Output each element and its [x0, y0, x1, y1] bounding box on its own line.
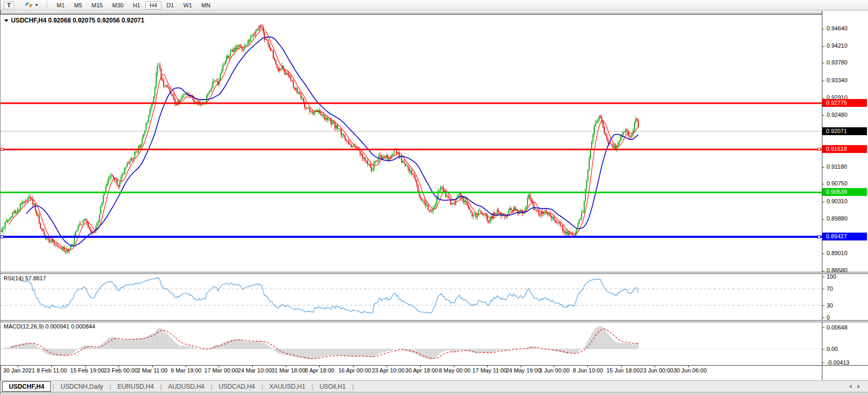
macd-axis-tick	[822, 327, 824, 328]
chart-tab-USDCAD-H4[interactable]: USDCAD,H4	[213, 382, 261, 391]
chart-tab-USDCHF-H4[interactable]: USDCHF,H4	[2, 381, 51, 392]
price-axis-tick	[822, 98, 824, 98]
timeframe-button-M30[interactable]: M30	[108, 1, 127, 9]
timeframe-button-MN[interactable]: MN	[197, 1, 215, 9]
time-axis-tick	[252, 366, 253, 367]
candle-bodies-down	[2, 26, 638, 253]
panel-separator[interactable]	[1, 272, 868, 274]
time-axis-label: 15 Jun 18:00	[606, 367, 640, 374]
current-price-badge: 0.92071	[822, 127, 867, 135]
price-axis-label: 0.93780	[827, 59, 848, 65]
time-axis-label: 31 Mar 18:00	[271, 367, 305, 374]
collapse-icon[interactable]	[4, 19, 8, 22]
time-axis-tick	[621, 366, 621, 367]
time-axis-label: 17 Mar 00:00	[204, 367, 238, 374]
panel-separator[interactable]	[1, 320, 868, 322]
rsi-axis-tick	[822, 277, 824, 277]
timeframe-button-H1[interactable]: H1	[128, 1, 144, 9]
time-axis-label: 15 Feb 19:00	[70, 367, 104, 374]
macd-axis-tick	[822, 363, 824, 363]
time-axis-tick	[655, 366, 655, 367]
timeframe-button-group: M1M5M15M30H1H4D1W1MN	[52, 1, 215, 9]
price-axis-tick	[822, 167, 824, 168]
status-bar	[1, 392, 868, 395]
time-axis-tick	[487, 366, 488, 367]
price-axis-tick	[822, 115, 824, 116]
price-axis-tick	[822, 46, 824, 47]
price-axis-tick	[822, 29, 824, 29]
line-handle[interactable]	[818, 235, 821, 238]
time-axis-label: 24 May 19:00	[506, 367, 541, 374]
price-axis-label: 0.89880	[827, 215, 848, 222]
chart-tab-XAUUSD-H1[interactable]: XAUUSD,H1	[263, 382, 311, 391]
timeframe-button-M5[interactable]: M5	[70, 1, 86, 9]
price-axis-tick	[822, 184, 824, 184]
price-badge-0.90539: 0.90539	[822, 188, 867, 196]
price-axis-label: 0.92480	[827, 112, 848, 118]
price-axis-tick	[822, 271, 824, 271]
chart-tab-USOil-H1[interactable]: USOil,H1	[314, 382, 351, 391]
time-axis-tick	[420, 366, 421, 367]
time-axis-label: 8 May 00:00	[439, 367, 471, 374]
candle-bodies-up	[3, 26, 636, 253]
line-handle[interactable]	[1, 148, 4, 151]
chart-tab-AUDUSD-H4[interactable]: AUDUSD,H4	[162, 382, 210, 391]
chart-tab-USDCNH-Daily[interactable]: USDCNH,Daily	[55, 382, 109, 391]
candle-wicks-up	[3, 26, 636, 254]
time-axis-tick	[152, 366, 153, 367]
rsi-line	[19, 278, 638, 314]
price-chart-canvas[interactable]	[1, 15, 822, 272]
time-axis-label: 23 Feb 00:00	[104, 367, 138, 374]
price-axis-label: 0.90310	[827, 198, 848, 204]
timeframe-button-M1[interactable]: M1	[52, 1, 69, 9]
chart-title: USDCHF,H4 0.92068 0.92075 0.92056 0.9207…	[4, 17, 144, 24]
text-tool-button[interactable]: T	[4, 1, 14, 9]
chart-tab-EURUSD-H4[interactable]: EURUSD,H4	[112, 382, 159, 391]
rsi-axis-tick	[822, 317, 824, 318]
price-axis-label: 0.91180	[827, 163, 847, 170]
macd-indicator-canvas[interactable]	[1, 322, 822, 365]
macd-axis-tick	[822, 349, 824, 349]
price-axis-tick	[822, 202, 824, 202]
timeframe-button-D1[interactable]: D1	[163, 1, 178, 9]
time-axis-tick	[119, 366, 119, 367]
ma-slow-line	[27, 37, 638, 246]
rsi-label: RSI(14) 57.8817	[4, 275, 46, 281]
time-axis-tick	[688, 366, 689, 367]
line-handle[interactable]	[818, 148, 821, 151]
chart-styles-button[interactable]	[21, 1, 42, 9]
time-axis-tick	[454, 366, 454, 367]
price-axis-tick	[822, 219, 824, 220]
timeframe-button-M15[interactable]: M15	[88, 1, 107, 9]
macd-axis-label: 0.00	[827, 346, 838, 352]
tab-scroll-right-icon[interactable]	[858, 385, 860, 389]
time-axis-tick	[186, 366, 186, 367]
top-toolbar: T M1M5M15M30H1H4D1W1MN	[1, 0, 868, 10]
rsi-axis-label: 30	[827, 302, 833, 309]
time-axis-label: 8 Apr 18:00	[305, 367, 334, 374]
price-badge-0.91618: 0.91618	[822, 145, 867, 153]
price-axis-label: 0.90750	[827, 180, 848, 186]
time-axis-label: 30 Apr 18:00	[405, 367, 438, 374]
timeframe-button-W1[interactable]: W1	[179, 1, 197, 9]
price-axis-label: 0.88580	[827, 267, 848, 273]
macd-histogram	[3, 326, 638, 359]
tab-scroll-left-icon[interactable]	[849, 385, 852, 389]
chevron-down-icon	[35, 4, 38, 6]
line-handle[interactable]	[1, 235, 4, 238]
time-axis-tick	[219, 366, 219, 367]
time-axis-tick	[286, 366, 286, 367]
chart-title-text: USDCHF,H4 0.92068 0.92075 0.92056 0.9207…	[11, 17, 144, 24]
toolbar-separator	[47, 2, 48, 9]
trading-terminal-window: T M1M5M15M30H1H4D1W1MN USDCHF,H4 0.92068…	[0, 0, 868, 395]
price-axis-tick	[822, 63, 824, 63]
rsi-indicator-canvas[interactable]	[1, 274, 822, 320]
price-axis-label: 0.94640	[827, 25, 848, 31]
time-axis-label: 23 Jun 00:00	[640, 367, 673, 374]
timeframe-button-H4[interactable]: H4	[145, 1, 161, 9]
price-axis-tick	[822, 81, 824, 81]
macd-axis-label: 0.00648	[827, 324, 848, 331]
time-axis-tick	[353, 366, 353, 367]
rsi-axis-tick	[822, 289, 824, 289]
time-axis-label: 30 Jan 2021	[3, 367, 35, 374]
